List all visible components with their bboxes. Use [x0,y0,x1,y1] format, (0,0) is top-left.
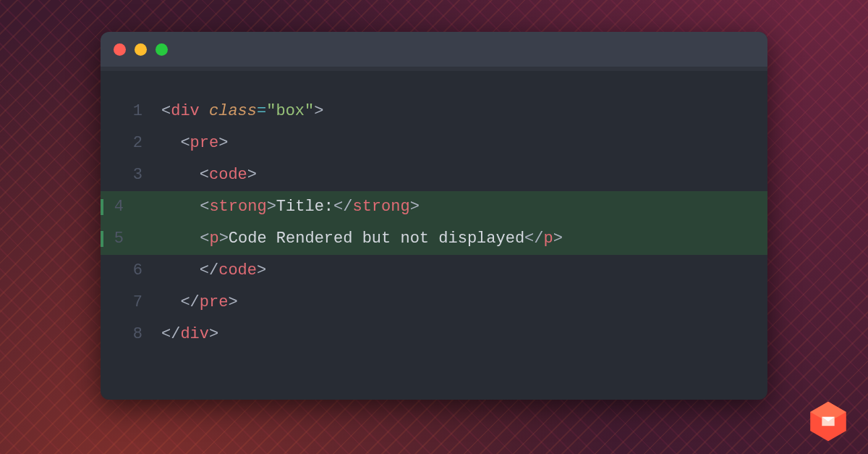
line-content: <strong>Title:</strong> [142,199,420,215]
brand-logo-icon [806,399,851,444]
line-number: 2 [101,135,161,151]
code-line: 2 <pre> [101,127,767,159]
line-content: </div> [161,327,218,342]
code-line: 3 <code> [101,159,767,191]
code-area[interactable]: 1 <div class="box"> 2 <pre> 3 <code> 4 <… [101,71,767,350]
background: 1 <div class="box"> 2 <pre> 3 <code> 4 <… [0,0,868,454]
code-line: 6 </code> [101,255,767,287]
code-line-highlighted: 5 <p>Code Rendered but not displayed</p> [101,223,767,255]
line-content: <code> [161,167,257,183]
line-content: <pre> [161,135,228,151]
line-content: </pre> [161,295,238,311]
line-number: 3 [101,167,161,183]
code-editor-window: 1 <div class="box"> 2 <pre> 3 <code> 4 <… [101,32,767,400]
code-line: 1 <div class="box"> [101,96,767,127]
line-content: <div class="box"> [161,104,323,119]
line-number: 1 [101,104,161,119]
code-line: 7 </pre> [101,287,767,319]
code-line: 8 </div> [101,319,767,350]
code-line-highlighted: 4 <strong>Title:</strong> [101,191,767,223]
minimize-icon[interactable] [135,43,147,56]
maximize-icon[interactable] [156,43,168,56]
line-number: 6 [101,263,161,279]
close-icon[interactable] [114,43,126,56]
line-content: </code> [161,263,266,279]
line-content: <p>Code Rendered but not displayed</p> [142,231,563,247]
line-number: 4 [101,199,142,215]
window-titlebar [101,32,767,67]
line-number: 7 [101,295,161,311]
line-number: 5 [101,231,142,247]
line-number: 8 [101,327,161,342]
